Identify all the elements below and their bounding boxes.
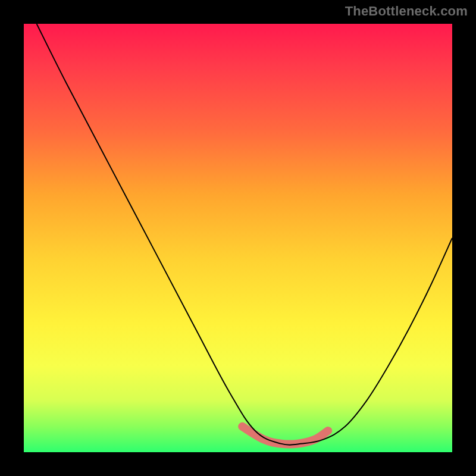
watermark-text: TheBottleneck.com	[345, 4, 468, 19]
plot-area	[24, 24, 452, 452]
chart-frame: TheBottleneck.com	[0, 0, 476, 476]
